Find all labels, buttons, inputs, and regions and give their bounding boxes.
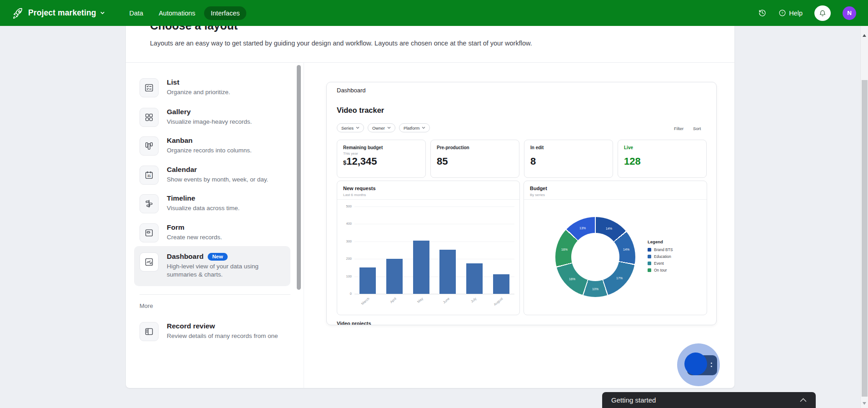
stat-card-live: Live 128	[618, 140, 707, 178]
sidebar-item-list[interactable]: List Organize and prioritize.	[134, 74, 290, 101]
chevron-down-icon[interactable]	[100, 10, 105, 16]
sidebar-item-kanban[interactable]: Kanban Organize records into columns.	[134, 132, 290, 160]
legend-label: Brand BTS	[654, 247, 673, 252]
y-axis-tick: 100	[340, 274, 352, 278]
layout-item-label: Dashboard	[167, 252, 204, 261]
nav-tabs: DataAutomationsInterfaces	[123, 6, 247, 20]
x-axis-label: May	[416, 297, 424, 304]
legend-swatch	[648, 255, 651, 258]
sidebar-item-record-review[interactable]: Record review Review details of many rec…	[134, 318, 290, 344]
avatar[interactable]: N	[843, 6, 856, 20]
legend-item: Brand BTS	[648, 247, 673, 252]
legend-item: Education	[648, 254, 673, 259]
sidebar-item-calendar[interactable]: 31 Calendar Show events by month, week, …	[134, 161, 290, 189]
layout-list: More List Organize and prioritize. Galle…	[134, 70, 298, 344]
bar-july	[466, 263, 483, 294]
chart-header-divider	[337, 199, 519, 200]
sidebar-scrollbar-thumb[interactable]	[297, 65, 301, 290]
legend-swatch	[648, 262, 651, 265]
x-axis-label: March	[360, 297, 370, 306]
more-label: More	[140, 302, 153, 309]
chart-header-divider	[524, 199, 707, 200]
bar-chart-title: New requests	[343, 186, 376, 191]
chat-dot	[711, 366, 712, 367]
stat-value: $12,345	[343, 156, 377, 167]
bar-april	[386, 259, 403, 294]
donut-percent-label: 13%	[579, 227, 586, 230]
donut-chart-title: Budget	[530, 186, 547, 191]
history-icon[interactable]	[758, 9, 767, 17]
getting-started-toast[interactable]: Getting started	[602, 392, 816, 408]
legend-label: Event	[654, 261, 664, 266]
record-review-icon	[140, 322, 159, 341]
layout-item-label: Gallery	[167, 108, 191, 116]
gridline	[354, 224, 514, 224]
preview-app-label: Dashboard	[337, 87, 366, 94]
chevron-down-icon	[356, 126, 359, 129]
gridline	[354, 294, 514, 294]
donut-chart-subtitle: By series	[530, 193, 545, 197]
rocket-logo-icon[interactable]	[12, 7, 24, 19]
preview-filter-label: Filter	[674, 126, 683, 131]
layout-item-description: Organize records into columns.	[167, 146, 288, 155]
preview-bottom-section-title: Video projects	[337, 321, 371, 325]
svg-text:?: ?	[782, 11, 784, 15]
chat-dot	[711, 363, 712, 364]
page-title: Choose a layout	[150, 26, 238, 32]
layout-item-description: Create new records.	[167, 233, 288, 242]
sidebar-item-dashboard[interactable]: Dashboard New High-level view of your da…	[134, 246, 290, 286]
chevron-down-icon	[387, 126, 391, 129]
more-section-divider	[140, 294, 290, 295]
donut-percent-label: 17%	[616, 277, 623, 280]
chat-orb-icon	[684, 353, 707, 375]
help-button[interactable]: ? Help	[778, 9, 803, 17]
pane-divider	[304, 63, 304, 388]
preview-sort-label: Sort	[693, 126, 701, 131]
gridline	[354, 242, 514, 242]
bar-august	[493, 274, 509, 294]
preview-pill-platform: Platform	[399, 123, 430, 132]
y-axis-tick: 300	[340, 239, 352, 243]
y-axis-tick: 400	[340, 222, 352, 226]
list-icon	[140, 78, 159, 97]
page-scrollbar-thumb[interactable]	[862, 80, 868, 397]
legend-label: On tour	[654, 268, 667, 272]
chevron-up-icon[interactable]	[800, 398, 807, 402]
stat-value: 128	[624, 156, 641, 167]
layout-item-description: Review details of many records from one	[167, 332, 288, 340]
tab-data[interactable]: Data	[123, 6, 150, 20]
stat-sublabel: This year	[343, 151, 358, 156]
x-axis-label: June	[442, 297, 450, 304]
stat-card-in-edit: In edit 8	[524, 140, 613, 178]
gridline	[354, 259, 514, 259]
scroll-down-arrow-icon[interactable]	[863, 402, 866, 405]
page-scrollbar[interactable]	[860, 26, 868, 408]
y-axis-tick: 500	[340, 204, 352, 208]
sidebar-item-timeline[interactable]: Timeline Visualize data across time.	[134, 190, 290, 217]
legend-item: Event	[648, 261, 673, 266]
donut-percent-label: 10%	[592, 287, 599, 291]
form-icon	[140, 223, 159, 242]
scroll-up-arrow-icon[interactable]	[863, 34, 866, 37]
legend-swatch	[648, 268, 651, 272]
app-title[interactable]: Project marketing	[28, 8, 96, 18]
choose-layout-panel: Choose a layout Layouts are an easy way …	[126, 26, 734, 388]
layout-item-label: Calendar	[167, 166, 197, 174]
tab-interfaces[interactable]: Interfaces	[204, 6, 247, 20]
layout-item-label: Kanban	[167, 136, 193, 145]
notifications-button[interactable]	[814, 5, 831, 21]
help-label: Help	[789, 10, 803, 17]
tab-automations[interactable]: Automations	[152, 6, 202, 20]
kanban-icon	[140, 136, 159, 156]
dashboard-icon	[140, 252, 159, 272]
assistant-chat-button[interactable]	[677, 343, 720, 386]
new-badge: New	[208, 253, 228, 261]
legend-item: On tour	[648, 268, 673, 272]
chevron-down-icon	[422, 126, 425, 129]
bar-may	[413, 241, 429, 294]
stat-label: Pre-production	[437, 145, 469, 150]
chart-legend: Legend Brand BTSEducationEventOn tour	[648, 239, 673, 275]
sidebar-item-gallery[interactable]: Gallery Visualize image-heavy records.	[134, 104, 290, 131]
stat-card-pre-production: Pre-production 85	[430, 140, 519, 178]
sidebar-item-form[interactable]: Form Create new records.	[134, 219, 290, 247]
